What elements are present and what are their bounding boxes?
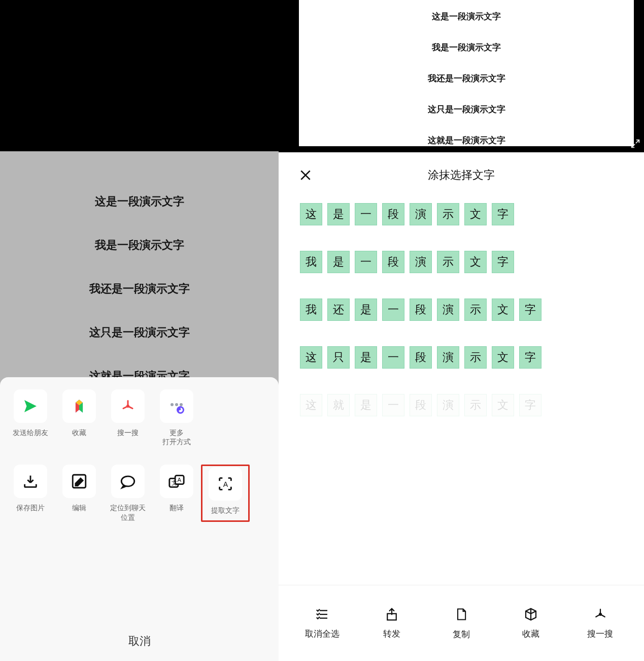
char-cell[interactable]: 字 [492, 203, 514, 225]
char-cell[interactable]: 一 [382, 299, 404, 321]
char-row: 这只是一段演示文字 [300, 346, 623, 369]
char-cell[interactable]: 文 [492, 346, 514, 369]
svg-point-6 [175, 403, 178, 406]
char-cell[interactable]: 一 [355, 251, 377, 273]
copy-button[interactable] [454, 606, 468, 622]
char-cell[interactable]: 字 [492, 251, 514, 273]
favorite-icon [71, 398, 88, 415]
deselect-all-button[interactable] [314, 607, 331, 622]
paper-line: 我还是一段演示文字 [428, 73, 505, 84]
char-cell[interactable]: 示 [437, 203, 459, 225]
char-cell[interactable]: 这 [300, 394, 322, 416]
char-cell[interactable]: 就 [327, 394, 350, 416]
char-cell[interactable]: 段 [410, 346, 432, 369]
char-cell[interactable]: 是 [327, 251, 350, 273]
char-cell[interactable]: 只 [327, 346, 350, 369]
collect-icon [523, 607, 539, 622]
svg-point-22 [599, 613, 601, 615]
sheet-label: 保存图片 [16, 503, 45, 512]
char-cell[interactable]: 文 [492, 299, 514, 321]
locate-icon [119, 473, 137, 490]
char-cell[interactable]: 是 [355, 394, 377, 416]
char-cell[interactable]: 段 [382, 251, 404, 273]
locate-in-chat-button[interactable] [111, 465, 145, 498]
collect-button[interactable] [523, 607, 539, 622]
char-cell[interactable]: 演 [437, 346, 459, 369]
char-cell[interactable]: 演 [410, 251, 432, 273]
char-cell[interactable]: 示 [437, 251, 459, 273]
char-cell[interactable]: 是 [355, 299, 377, 321]
char-cell[interactable]: 文 [464, 203, 487, 225]
text-selection-panel: 涂抹选择文字 这是一段演示文字我是一段演示文字我还是一段演示文字这只是一段演示文… [279, 152, 644, 661]
char-row: 我是一段演示文字 [300, 251, 623, 273]
char-cell[interactable]: 示 [464, 394, 487, 416]
char-cell[interactable]: 演 [437, 394, 459, 416]
char-cell[interactable]: 我 [300, 251, 322, 273]
save-image-button[interactable] [14, 465, 47, 498]
panel-title: 涂抹选择文字 [428, 168, 495, 183]
char-cell[interactable]: 这 [300, 346, 322, 369]
svg-text:A: A [223, 480, 228, 488]
sheet-row-1: 发送给朋友 收藏 搜一搜 [0, 389, 279, 446]
toolbar-label: 收藏 [522, 628, 539, 640]
sheet-label: 定位到聊天 位置 [110, 503, 146, 521]
char-cell[interactable]: 段 [410, 394, 432, 416]
char-cell[interactable]: 字 [519, 346, 541, 369]
char-cell[interactable]: 字 [519, 299, 541, 321]
char-cell[interactable]: 段 [382, 203, 404, 225]
toolbar-label: 取消全选 [305, 628, 340, 640]
paper-content: 这是一段演示文字 我是一段演示文字 我还是一段演示文字 这只是一段演示文字 这就… [299, 0, 634, 146]
char-cell[interactable]: 文 [492, 394, 514, 416]
image-preview-dimmed: 这是一段演示文字 我是一段演示文字 我还是一段演示文字 这只是一段演示文字 这就… [0, 151, 279, 661]
char-row: 这是一段演示文字 [300, 203, 623, 225]
search-app-icon [119, 397, 137, 415]
char-cell[interactable]: 字 [519, 394, 541, 416]
char-cell[interactable]: 演 [410, 203, 432, 225]
svg-point-10 [121, 476, 134, 486]
char-row: 我还是一段演示文字 [300, 299, 623, 321]
char-cell[interactable]: 示 [464, 346, 487, 369]
translate-button[interactable]: 文A [160, 465, 193, 498]
char-cell[interactable]: 一 [382, 346, 404, 369]
char-cell[interactable]: 一 [382, 394, 404, 416]
more-open-with-button[interactable] [160, 389, 193, 423]
char-cell[interactable]: 示 [464, 299, 487, 321]
char-cell[interactable]: 我 [300, 299, 322, 321]
sheet-row-2: 保存图片 编辑 定位到聊天 位置 [0, 465, 279, 521]
sheet-label: 提取文字 [211, 506, 240, 515]
char-row-faded: 这就是一段演示文字 [300, 394, 623, 416]
char-cell[interactable]: 这 [300, 203, 322, 225]
sheet-label: 翻译 [170, 503, 184, 512]
bottom-toolbar: 取消全选 转发 复制 [279, 585, 644, 661]
sheet-label: 搜一搜 [117, 428, 139, 437]
expand-icon[interactable] [630, 138, 641, 149]
demo-line: 我还是一段演示文字 [89, 281, 190, 296]
edit-button[interactable] [62, 465, 96, 498]
svg-text:文: 文 [172, 480, 177, 486]
extract-text-button[interactable]: A [209, 467, 242, 501]
action-sheet: 发送给朋友 收藏 搜一搜 [0, 377, 279, 661]
char-cell[interactable]: 文 [464, 251, 487, 273]
char-cell[interactable]: 一 [355, 203, 377, 225]
demo-line: 这是一段演示文字 [95, 194, 184, 209]
extract-text-highlight: A 提取文字 [201, 465, 250, 521]
cancel-button[interactable]: 取消 [0, 621, 279, 661]
search-mini-button[interactable] [111, 389, 145, 423]
char-cell[interactable]: 是 [327, 203, 350, 225]
char-cell[interactable]: 还 [327, 299, 350, 321]
svg-text:A: A [177, 477, 181, 483]
forward-button[interactable] [384, 607, 399, 622]
search-button[interactable] [592, 607, 608, 622]
favorite-button[interactable] [62, 389, 96, 423]
char-cell[interactable]: 是 [355, 346, 377, 369]
svg-point-4 [126, 405, 129, 408]
paper-line: 这只是一段演示文字 [428, 104, 505, 115]
sheet-label: 发送给朋友 [13, 428, 48, 437]
send-to-friend-button[interactable] [14, 389, 47, 423]
close-button[interactable] [299, 169, 312, 182]
char-cell[interactable]: 演 [437, 299, 459, 321]
char-cell[interactable]: 段 [410, 299, 432, 321]
paper-line: 这就是一段演示文字 [428, 135, 505, 146]
svg-point-7 [180, 403, 183, 406]
copy-icon [454, 606, 468, 622]
